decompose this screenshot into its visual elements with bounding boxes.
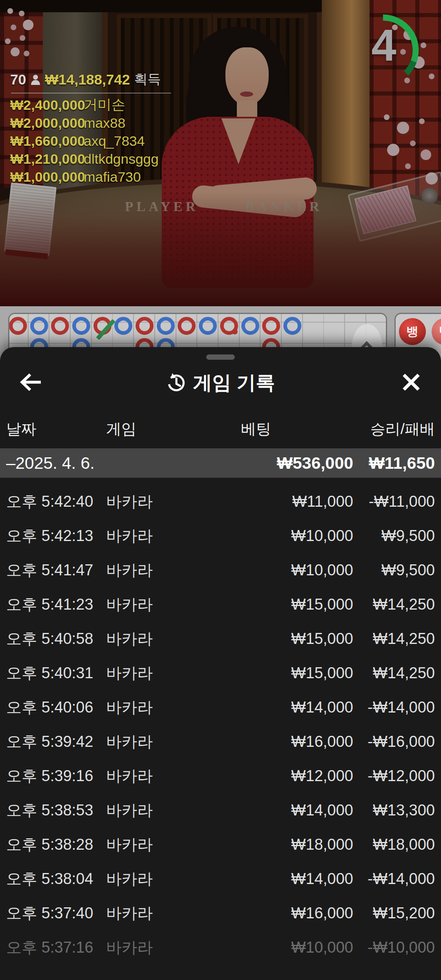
row-game: 바카라 — [106, 937, 243, 958]
row-time: 오후 5:37:40 — [6, 903, 106, 924]
row-time: 오후 5:42:13 — [6, 526, 106, 546]
betting-countdown-timer: 4 — [338, 5, 428, 95]
row-time: 오후 5:39:42 — [6, 731, 106, 752]
history-row: 오후 5:37:16바카라₩10,000-₩10,000 — [0, 930, 441, 964]
row-result: ₩14,250 — [353, 630, 435, 648]
row-result: ₩15,200 — [353, 904, 435, 922]
row-bet: ₩15,000 — [243, 664, 353, 682]
column-game: 게임 — [106, 419, 241, 439]
history-row: 오후 5:40:06바카라₩14,000-₩14,000 — [0, 690, 441, 724]
row-game: 바카라 — [106, 766, 243, 786]
road-cell-banker — [220, 317, 238, 335]
road-cell-player — [199, 317, 217, 335]
row-bet: ₩16,000 — [243, 733, 353, 751]
row-time: 오후 5:40:58 — [6, 628, 106, 649]
row-game: 바카라 — [106, 800, 243, 821]
winner-name: dltkdgnsggg — [84, 151, 158, 167]
row-game: 바카라 — [106, 628, 243, 649]
row-game: 바카라 — [106, 560, 243, 581]
row-time: 오후 5:41:47 — [6, 560, 106, 581]
row-time: 오후 5:42:40 — [6, 491, 106, 512]
sheet-title-wrap: 게임 기록 — [0, 368, 441, 397]
close-button[interactable] — [397, 370, 425, 395]
row-bet: ₩18,000 — [243, 836, 353, 853]
column-date: 날짜 — [6, 419, 106, 439]
winner-entry: ₩2,000,000max88 — [10, 114, 171, 132]
row-time: 오후 5:37:16 — [6, 937, 106, 958]
row-result: ₩14,250 — [353, 664, 435, 682]
winner-name: axq_7834 — [84, 133, 145, 149]
road-cell-player — [72, 317, 90, 335]
row-result: ₩18,000 — [353, 836, 435, 853]
row-bet: ₩10,000 — [243, 939, 353, 956]
history-row: 오후 5:39:16바카라₩12,000-₩12,000 — [0, 759, 441, 793]
timer-seconds: 4 — [363, 22, 404, 67]
row-bet: ₩15,000 — [243, 596, 353, 613]
road-cell-banker — [94, 317, 111, 335]
winner-amount: ₩1,000,000 — [10, 169, 84, 185]
row-time: 오후 5:41:23 — [6, 594, 106, 615]
summary-date: –2025. 4. 6. — [6, 454, 243, 473]
winner-count: 70 — [10, 71, 26, 88]
person-icon — [30, 74, 41, 85]
history-row: 오후 5:38:53바카라₩14,000₩13,300 — [0, 793, 441, 827]
row-time: 오후 5:40:31 — [6, 663, 106, 684]
banker-badge: 뱅 — [399, 318, 426, 345]
row-game: 바카라 — [106, 834, 243, 855]
summary-bet-total: ₩536,000 — [243, 454, 353, 473]
close-icon — [401, 372, 421, 392]
history-row: 오후 5:42:40바카라₩11,000-₩11,000 — [0, 484, 441, 519]
row-result: -₩14,000 — [353, 870, 435, 888]
history-row: 오후 5:41:47바카라₩10,000₩9,500 — [0, 553, 441, 587]
history-row: 오후 5:38:04바카라₩14,000-₩14,000 — [0, 862, 441, 896]
winners-suffix: 획득 — [134, 70, 161, 89]
row-game: 바카라 — [106, 697, 243, 718]
history-table-header: 날짜 게임 베팅 승리/패배 — [0, 412, 441, 447]
row-result: ₩14,250 — [353, 596, 435, 613]
row-game: 바카라 — [106, 491, 243, 512]
winner-amount: ₩2,400,000 — [10, 97, 84, 113]
row-bet: ₩16,000 — [243, 904, 353, 922]
history-row: 오후 5:40:31바카라₩15,000₩14,250 — [0, 656, 441, 690]
banker-badge-partial: 뱅 — [432, 318, 441, 345]
winner-amount: ₩1,210,000 — [10, 151, 84, 167]
winners-header: 70 ₩14,188,742 획득 — [10, 70, 171, 89]
road-cell-banker — [9, 317, 27, 335]
row-game: 바카라 — [106, 731, 243, 752]
road-cell-player — [30, 317, 48, 335]
column-win-loss: 승리/패배 — [318, 419, 435, 439]
date-summary-row[interactable]: –2025. 4. 6. ₩536,000 ₩11,650 — [0, 448, 441, 478]
row-bet: ₩11,000 — [243, 493, 353, 510]
sheet-header: 게임 기록 — [0, 368, 441, 397]
summary-win-total: ₩11,650 — [353, 454, 435, 473]
row-time: 오후 5:40:06 — [6, 697, 106, 718]
winner-name: 거미손 — [84, 96, 125, 114]
winner-entry: ₩1,210,000dltkdgnsggg — [10, 150, 171, 168]
winner-entry: ₩1,000,000mafia730 — [10, 168, 171, 186]
sheet-title: 게임 기록 — [193, 370, 275, 396]
history-row: 오후 5:42:13바카라₩10,000₩9,500 — [0, 519, 441, 553]
row-game: 바카라 — [106, 594, 243, 615]
road-cell-player — [283, 317, 301, 335]
row-result: -₩14,000 — [353, 699, 435, 716]
history-icon — [166, 372, 186, 393]
row-result: -₩12,000 — [353, 767, 435, 785]
road-cell-banker — [178, 317, 196, 335]
road-cell-player — [157, 317, 175, 335]
history-rows: 오후 5:42:40바카라₩11,000-₩11,000오후 5:42:13바카… — [0, 484, 441, 964]
row-result: ₩13,300 — [353, 802, 435, 819]
road-cell-player — [114, 317, 132, 335]
row-game: 바카라 — [106, 903, 243, 924]
row-time: 오후 5:38:53 — [6, 800, 106, 821]
row-bet: ₩15,000 — [243, 630, 353, 648]
road-cell-player — [241, 317, 259, 335]
row-bet: ₩14,000 — [243, 802, 353, 819]
road-cell-banker — [262, 317, 280, 335]
column-bet: 베팅 — [241, 419, 318, 439]
history-row: 오후 5:39:42바카라₩16,000-₩16,000 — [0, 724, 441, 759]
app-screen: PLAYER BANKER 70 ₩14,188,742 획득 ₩2,400,0… — [0, 0, 441, 980]
drag-handle[interactable] — [206, 354, 235, 360]
row-game: 바카라 — [106, 869, 243, 889]
road-cell-banker — [51, 317, 69, 335]
row-time: 오후 5:39:16 — [6, 766, 106, 786]
